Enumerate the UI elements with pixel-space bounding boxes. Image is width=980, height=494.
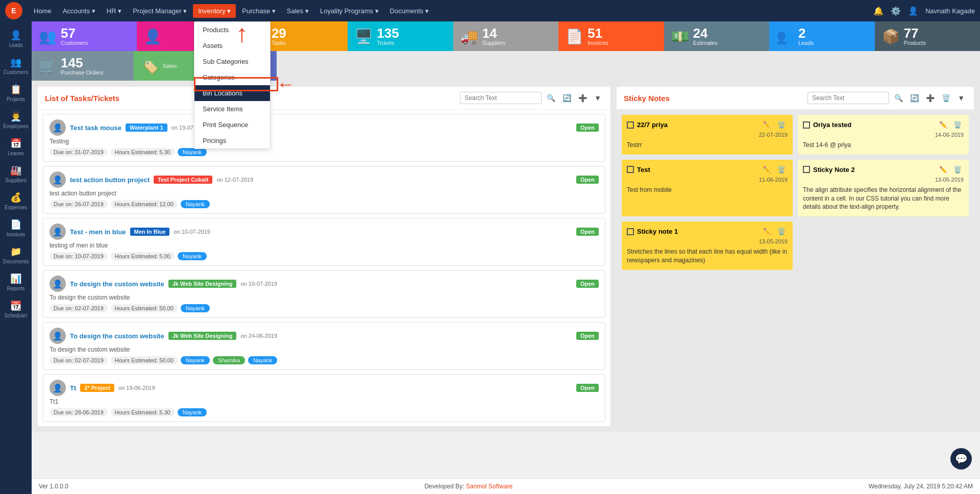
sticky-note-1-body: Testrr [627, 141, 788, 150]
dropdown-bin-locations[interactable]: Bin Locations [194, 85, 270, 101]
sticky-note-1-checkbox[interactable] [627, 121, 634, 129]
stat-estimates[interactable]: 💵 24 Estimates [664, 21, 769, 51]
sticky-delete-button[interactable]: 🗑️ [940, 93, 952, 103]
task-4-header: 👤 To design the custom website Jk Web Si… [50, 276, 599, 292]
stat-leads[interactable]: 👥 2 Leads [769, 21, 874, 51]
tasks-panel-title[interactable]: List of Tasks/Tickets [45, 94, 119, 103]
settings-icon[interactable]: ⚙️ [891, 6, 901, 16]
tasks-search-input[interactable] [460, 92, 542, 104]
nav-documents[interactable]: Documents ▾ [385, 4, 434, 18]
sidebar-item-suppliers[interactable]: 🏭 Suppliers [0, 161, 32, 188]
sticky-note-3-edit[interactable]: ✏️ [761, 165, 773, 175]
stat-products[interactable]: 📦 77 Products [875, 21, 980, 51]
sidebar-item-projects[interactable]: 📋 Projects [0, 80, 32, 107]
task-6-title[interactable]: Tt [70, 384, 76, 392]
sticky-note-2-edit[interactable]: ✏️ [937, 120, 949, 130]
stat-suppliers[interactable]: 🚚 14 Suppliers [453, 21, 558, 51]
sidebar-item-employees[interactable]: 👨‍💼 Employees [0, 107, 32, 134]
dropdown-service-items[interactable]: Service Items [194, 101, 270, 117]
task-2-title[interactable]: test action button project [70, 176, 150, 184]
sticky-note-2-title: Oriya tested [813, 121, 851, 129]
dropdown-assets[interactable]: Assets [194, 38, 270, 54]
sticky-note-3-date: 11-06-2019 [627, 177, 788, 183]
tasks-filter-button[interactable]: ▼ [592, 93, 603, 103]
sticky-note-2-checkbox[interactable] [803, 121, 810, 129]
sidebar-item-scheduler[interactable]: 📆 Scheduler [0, 296, 32, 323]
sticky-note-5-delete[interactable]: 🗑️ [775, 227, 788, 236]
nav-purchase[interactable]: Purchase ▾ [237, 4, 281, 18]
sidebar-item-expenses[interactable]: 💰 Expenses [0, 188, 32, 215]
sticky-note-2-header: Oriya tested ✏️ 🗑️ [803, 120, 964, 130]
dropdown-categories[interactable]: Categories [194, 69, 270, 85]
task-3-title[interactable]: Test - men in blue [70, 228, 126, 236]
sticky-note-1-edit[interactable]: ✏️ [761, 120, 773, 130]
task-1-title[interactable]: Test task mouse [70, 124, 121, 132]
task-5-assignee-3: Nayank [248, 356, 277, 364]
sticky-note-4-checkbox[interactable] [803, 166, 810, 173]
nav-home[interactable]: Home [29, 4, 57, 18]
sticky-note-5-edit[interactable]: ✏️ [761, 227, 773, 236]
sticky-add-button[interactable]: ➕ [924, 93, 937, 103]
dropdown-products[interactable]: Products [194, 22, 270, 38]
task-2-status: Open [576, 176, 599, 184]
task-5-tag: Jk Web Site Designing [168, 332, 237, 340]
tasks-search-button[interactable]: 🔍 [545, 93, 557, 103]
tasks-add-button[interactable]: ➕ [576, 93, 589, 103]
task-4-title[interactable]: To design the custom website [70, 280, 164, 288]
bell-icon[interactable]: 🔔 [873, 6, 884, 16]
sticky-note-4-edit[interactable]: ✏️ [937, 165, 949, 175]
task-4-status: Open [576, 280, 599, 288]
sticky-note-1-title: 22/7 priya [637, 121, 668, 129]
sticky-search-button[interactable]: 🔍 [892, 93, 905, 103]
sticky-note-2-delete[interactable]: 🗑️ [951, 120, 964, 130]
suppliers-icon: 🏭 [10, 165, 21, 176]
sidebar-item-reports[interactable]: 📊 Reports [0, 269, 32, 296]
sticky-note-5-checkbox[interactable] [627, 228, 634, 235]
sticky-search-input[interactable] [807, 92, 889, 104]
dropdown-print-sequence[interactable]: Print Sequence [194, 117, 270, 133]
sticky-note-1: 22/7 priya ✏️ 🗑️ 22-07-2019 Testrr [622, 115, 793, 155]
nav-project-manager[interactable]: Project Manager ▾ [128, 4, 192, 18]
nav-accounts[interactable]: Accounts ▾ [58, 4, 101, 18]
task-1-footer: Due on: 31-07-2019 Hours Estimated: 5.30… [50, 148, 599, 156]
task-6-due: Due on: 28-06-2019 [50, 408, 108, 416]
sticky-note-1-delete[interactable]: 🗑️ [775, 120, 788, 130]
dropdown-pricings[interactable]: Pricings [194, 133, 270, 149]
task-5-title[interactable]: To design the custom website [70, 332, 164, 340]
nav-inventory[interactable]: Inventory ▾ [193, 4, 236, 18]
sticky-panel-title[interactable]: Sticky Notes [624, 94, 670, 103]
sticky-note-3-title-area: Test [627, 166, 650, 174]
sidebar-label-employees: Employees [3, 124, 28, 130]
task-5-footer: Due on: 02-07-2019 Hours Estimated: 50.0… [50, 356, 599, 364]
nav-hr[interactable]: HR ▾ [102, 4, 127, 18]
sticky-note-3-checkbox[interactable] [627, 166, 634, 173]
sticky-note-4-delete[interactable]: 🗑️ [951, 165, 964, 175]
user-icon[interactable]: 👤 [908, 6, 918, 16]
nav-sales[interactable]: Sales ▾ [282, 4, 314, 18]
sidebar-item-documents[interactable]: 📁 Documents [0, 242, 32, 269]
nav-loyalty[interactable]: Loyality Programs ▾ [315, 4, 384, 18]
stat-invoices[interactable]: 📄 51 Invoices [558, 21, 664, 51]
tasks-panel-header: List of Tasks/Tickets 🔍 🔄 ➕ ▼ [38, 87, 610, 110]
task-item: 👤 Tt 2* Project on 19-06-2019 Open Tt1 D… [43, 374, 605, 422]
sidebar-item-invoices[interactable]: 📄 Invoices [0, 215, 32, 242]
sticky-refresh-button[interactable]: 🔄 [908, 93, 921, 103]
task-6-status: Open [576, 384, 599, 392]
sticky-filter-button[interactable]: ▼ [955, 93, 967, 103]
stat-customers[interactable]: 👥 57 Customers [32, 21, 137, 51]
app-logo[interactable]: E [5, 2, 22, 19]
sidebar-item-leads[interactable]: 👤 Leads [0, 26, 32, 53]
task-2-desc: test action button project [50, 190, 599, 197]
stat-purchase-orders[interactable]: 🛒 145 Purchase Orders [32, 51, 134, 81]
user-name[interactable]: Navnath Kagade [925, 7, 975, 15]
sidebar-item-customers[interactable]: 👥 Customers [0, 53, 32, 80]
sidebar-item-leaves[interactable]: 📅 Leaves [0, 134, 32, 161]
sticky-panel-header: Sticky Notes 🔍 🔄 ➕ 🗑️ ▼ [617, 87, 974, 110]
stat-tickets[interactable]: 🖥️ 135 Tickets [348, 21, 453, 51]
task-item: 👤 Test - men in blue Men In Blue on 10-0… [43, 218, 605, 266]
dropdown-subcategories[interactable]: Sub Categories [194, 54, 270, 69]
sticky-note-3-delete[interactable]: 🗑️ [775, 165, 788, 175]
sidebar: 👤 Leads 👥 Customers 📋 Projects 👨‍💼 Emplo… [0, 21, 32, 432]
tasks-refresh-button[interactable]: 🔄 [560, 93, 573, 103]
task-3-avatar: 👤 [50, 224, 66, 240]
